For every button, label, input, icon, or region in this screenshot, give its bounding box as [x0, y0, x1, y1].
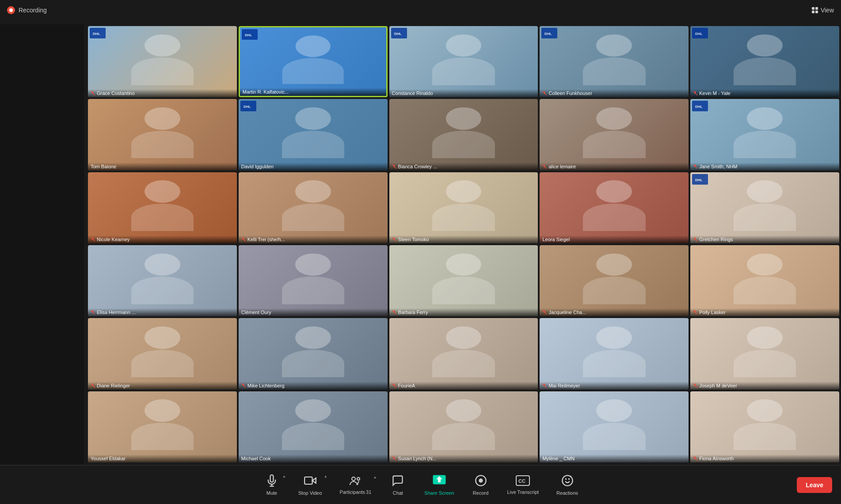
participant-name: Barbara Ferry	[398, 310, 428, 315]
record-label: Record	[473, 490, 488, 496]
video-tile[interactable]: Bianca Crowley ...	[389, 99, 538, 170]
participant-name-bar: Steen Tomoko	[389, 235, 538, 243]
stop-video-label: Stop Video	[298, 490, 322, 496]
video-tile[interactable]: Youssef Eldakar	[88, 391, 237, 462]
video-tile[interactable]: Leora Siegel	[540, 172, 689, 243]
share-screen-label: Share Screen	[424, 490, 454, 496]
muted-icon	[693, 91, 697, 95]
participant-video	[720, 34, 810, 84]
participant-name: Mylène _ CMN	[542, 456, 575, 461]
video-tile[interactable]: Kelli Trei (she/h...	[239, 172, 388, 243]
chat-button[interactable]: Chat	[380, 471, 415, 499]
muted-icon	[241, 383, 246, 388]
participant-video	[570, 399, 659, 449]
recording-label: Recording	[19, 7, 47, 14]
participants-count: 31	[366, 489, 371, 495]
participant-name-bar: Michael Cook	[239, 455, 388, 462]
video-tile[interactable]: Nicole Kearney	[88, 172, 237, 243]
participant-name: Kelli Trei (she/h...	[247, 237, 285, 242]
muted-icon	[392, 456, 396, 461]
organization-logo: DHL	[242, 29, 258, 40]
participant-name-bar: FourieA	[389, 382, 538, 390]
participant-name-bar: alice lemaire	[540, 163, 689, 171]
participant-name: Nicole Kearney	[97, 237, 130, 242]
svg-point-42	[357, 477, 360, 480]
participant-video	[720, 399, 810, 449]
video-tile[interactable]: Jacqueline Cha...	[540, 245, 689, 316]
video-tile[interactable]: Diane Rielinger	[88, 318, 237, 389]
video-tile[interactable]: Polly Lasker	[690, 245, 839, 316]
video-tile[interactable]: Elisa Herrmann ...	[88, 245, 237, 316]
mute-button[interactable]: ▲ Mute	[254, 471, 289, 499]
video-tile[interactable]: Fiona Ainsworth	[690, 391, 839, 462]
share-screen-button[interactable]: Share Screen	[415, 471, 463, 499]
video-tile[interactable]: DHLConstance Rinaldo	[389, 26, 538, 97]
video-tile[interactable]: Michael Cook	[239, 391, 388, 462]
reactions-button[interactable]: Reactions	[548, 471, 587, 499]
video-tile[interactable]: Susan Lynch (N...	[389, 391, 538, 462]
muted-icon	[241, 237, 246, 242]
video-tile[interactable]: Mike Lichtenberg	[239, 318, 388, 389]
participant-name-bar: Joseph M deVeer	[690, 382, 839, 390]
chat-icon	[392, 474, 404, 489]
video-tile[interactable]: DHLKevin M - Yale	[690, 26, 839, 97]
participant-name: Colleen Funkhouser	[548, 91, 592, 96]
participant-name: alice lemaire	[548, 164, 576, 169]
participant-video	[570, 326, 659, 376]
participant-name: Tom Baione	[91, 164, 116, 169]
participant-video	[268, 107, 358, 157]
stop-video-button[interactable]: ▲ Stop Video	[289, 471, 331, 499]
video-tile[interactable]: Mai Reitmeyer	[540, 318, 689, 389]
participant-video	[419, 180, 508, 230]
cc-icon: CC	[516, 475, 530, 488]
leave-button[interactable]: Leave	[797, 477, 832, 493]
participant-name-bar: David Iggulden	[239, 163, 388, 171]
video-tile[interactable]: FourieA	[389, 318, 538, 389]
participant-video	[570, 254, 659, 303]
video-tile[interactable]: DHLMartin R. Kalfatovic...	[239, 26, 388, 97]
participant-name-bar: Constance Rinaldo	[389, 89, 538, 97]
video-tile[interactable]: DHLDavid Iggulden	[239, 99, 388, 170]
participants-caret[interactable]: ▲	[373, 475, 377, 479]
participant-video	[268, 180, 358, 230]
participant-name-bar: Bianca Crowley ...	[389, 163, 538, 171]
video-tile[interactable]: Tom Baione	[88, 99, 237, 170]
muted-icon	[542, 383, 547, 388]
video-tile[interactable]: Clément Oury	[239, 245, 388, 316]
svg-text:DHL: DHL	[245, 33, 252, 37]
participant-name-bar: Jane Smith, NHM	[690, 163, 839, 171]
grid-icon	[812, 7, 818, 13]
video-tile[interactable]: DHLJane Smith, NHM	[690, 99, 839, 170]
svg-text:DHL: DHL	[695, 32, 703, 36]
chat-label: Chat	[393, 490, 403, 496]
video-tile[interactable]: Mylène _ CMN	[540, 391, 689, 462]
record-button[interactable]: Record	[463, 471, 499, 499]
participant-name: Kevin M - Yale	[699, 91, 731, 96]
participant-video	[419, 34, 508, 84]
video-tile[interactable]: DHLColleen Funkhouser	[540, 26, 689, 97]
muted-icon	[542, 310, 547, 315]
organization-logo: DHL	[391, 28, 407, 38]
video-tile[interactable]: alice lemaire	[540, 99, 689, 170]
video-tile[interactable]: DHLGretchen Rings	[690, 172, 839, 243]
video-tile[interactable]: Steen Tomoko	[389, 172, 538, 243]
participant-name: Bianca Crowley ...	[398, 164, 438, 169]
participants-button[interactable]: ▲ Participants 31	[331, 472, 381, 498]
participant-name: Leora Siegel	[542, 237, 570, 242]
participant-name: Clément Oury	[241, 310, 271, 315]
participant-video	[419, 254, 508, 303]
video-tile[interactable]: DHLGrace Costantino	[88, 26, 237, 97]
participant-name-bar: Nicole Kearney	[88, 235, 237, 243]
participant-name-bar: Diane Rielinger	[88, 382, 237, 390]
video-caret[interactable]: ▲	[324, 474, 327, 478]
participant-name: Jane Smith, NHM	[699, 164, 737, 169]
view-button[interactable]: View	[812, 7, 834, 14]
video-tile[interactable]: Joseph M deVeer	[690, 318, 839, 389]
live-transcript-button[interactable]: CC Live Transcript	[499, 472, 548, 498]
participant-name-bar: Polly Lasker	[690, 308, 839, 316]
video-tile[interactable]: Barbara Ferry	[389, 245, 538, 316]
mute-caret[interactable]: ▲	[282, 474, 286, 478]
organization-logo: DHL	[692, 174, 708, 185]
participant-name: David Iggulden	[241, 164, 274, 169]
svg-point-46	[479, 479, 482, 482]
